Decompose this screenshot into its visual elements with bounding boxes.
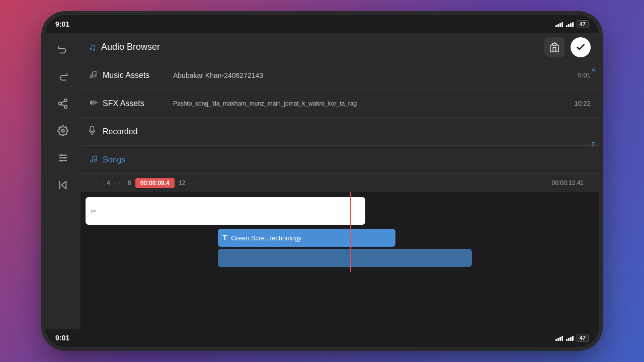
text-overlay-track[interactable]: T Green Scre...technology	[218, 229, 396, 247]
content-area: ♫ Audio Browser	[80, 33, 599, 329]
header-title: Audio Browser	[101, 42, 160, 52]
svg-point-9	[60, 154, 62, 156]
end-time: 00:00:12.41	[552, 179, 584, 187]
sfx-assets-icon	[89, 99, 103, 108]
store-button[interactable]	[544, 37, 565, 57]
timeline-tracks: ✂ T Green Scre...technology	[80, 192, 599, 272]
bottom-signal-2	[566, 335, 574, 341]
mic-icon	[89, 126, 103, 137]
svg-point-5	[61, 129, 64, 132]
music-assets-item[interactable]: Music Assets Abubakar Khan-2406272143 0:…	[80, 61, 599, 89]
index-letter-a: A	[591, 65, 596, 74]
screen: 9:01 47	[45, 15, 599, 347]
svg-line-4	[61, 101, 64, 103]
lower-track[interactable]	[218, 249, 472, 267]
scissors-icon: ✂	[91, 207, 97, 215]
recorded-label: Recorded	[103, 127, 168, 136]
svg-point-15	[90, 75, 93, 78]
songs-label: Songs	[103, 155, 168, 164]
adjust-button[interactable]	[52, 147, 74, 169]
text-track-icon: T	[223, 234, 227, 242]
music-assets-duration: 0:01	[578, 71, 591, 79]
status-bar-top: 9:01 47	[45, 15, 599, 33]
sidebar	[45, 33, 80, 329]
redo-button[interactable]	[52, 65, 74, 87]
header-left: ♫ Audio Browser	[89, 41, 160, 53]
music-assets-subtitle: Abubakar Khan-2406272143	[173, 71, 573, 79]
timeline-ruler: · · 4 · · · 8 00:00:09.4	[80, 174, 599, 192]
ruler-12: 12	[179, 179, 185, 187]
signal-bars-1	[555, 21, 563, 27]
playhead-time-badge: 00:00:09.4	[135, 178, 175, 188]
svg-point-30	[94, 159, 97, 161]
audio-browser-header: ♫ Audio Browser	[80, 33, 599, 61]
main-area: ♫ Audio Browser	[45, 33, 599, 329]
songs-item[interactable]: Songs	[80, 146, 599, 174]
songs-icon	[89, 154, 103, 165]
phone-frame: 9:01 47	[45, 15, 599, 347]
status-bar-bottom: 9:01 47	[45, 329, 599, 347]
svg-point-11	[60, 160, 62, 162]
timeline-area: · · 4 · · · 8 00:00:09.4	[80, 174, 599, 329]
undo-button[interactable]	[52, 38, 74, 60]
music-note-icon: ♫	[89, 41, 96, 53]
index-letter-p: P	[591, 140, 596, 149]
share-button[interactable]	[52, 93, 74, 115]
settings-button[interactable]	[52, 120, 74, 142]
bottom-battery: 47	[577, 334, 589, 342]
status-time: 9:01	[55, 20, 69, 28]
ruler-4: 4	[107, 179, 110, 187]
bottom-signal-1	[555, 335, 563, 341]
sfx-assets-label: SFX Assets	[103, 99, 168, 108]
battery-badge: 47	[577, 20, 589, 28]
sfx-assets-subtitle: Pashto_song_'da_makham_munz_main_jomat_k…	[173, 100, 569, 107]
recorded-item[interactable]: Recorded	[80, 118, 599, 146]
music-assets-icon	[89, 70, 103, 80]
bottom-status-icons: 47	[555, 334, 589, 342]
text-track-label: Green Scre...technology	[231, 234, 301, 242]
svg-point-10	[63, 157, 65, 159]
browser-list: Music Assets Abubakar Khan-2406272143 0:…	[80, 61, 599, 174]
signal-bars-2	[566, 21, 574, 27]
ruler-8: 8	[128, 179, 131, 187]
svg-marker-12	[61, 182, 66, 189]
svg-line-3	[61, 104, 64, 106]
sfx-assets-duration: 10:22	[574, 100, 591, 107]
bottom-time: 9:01	[55, 334, 69, 342]
sfx-assets-item[interactable]: SFX Assets Pashto_song_'da_makham_munz_m…	[80, 89, 599, 118]
playhead-line	[350, 192, 351, 272]
video-track[interactable]: ✂	[86, 197, 365, 225]
svg-point-29	[91, 160, 93, 162]
music-assets-label: Music Assets	[103, 71, 168, 80]
svg-point-16	[94, 74, 97, 77]
svg-rect-26	[90, 126, 94, 132]
rewind-button[interactable]	[52, 174, 74, 196]
header-right	[544, 37, 591, 57]
status-icons: 47	[555, 20, 589, 28]
confirm-button[interactable]	[571, 37, 591, 57]
